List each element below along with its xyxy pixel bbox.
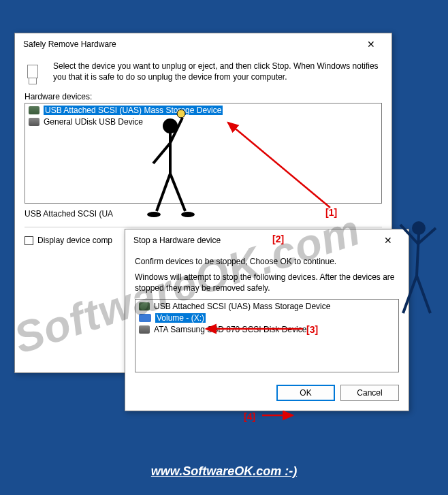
- titlebar[interactable]: Stop a Hardware device ✕: [125, 229, 409, 251]
- device-name: USB Attached SCSI (UAS) Mass Storage Dev…: [44, 106, 223, 115]
- checkbox-label: Display device comp: [37, 236, 112, 245]
- divider: [25, 227, 382, 227]
- usb-icon: [25, 61, 46, 85]
- close-icon[interactable]: ✕: [372, 231, 403, 250]
- info-text: Windows will attempt to stop the followi…: [135, 272, 399, 293]
- device-name: General UDisk USB Device: [44, 117, 143, 127]
- ok-label: OK: [300, 388, 311, 398]
- svg-line-13: [417, 234, 419, 276]
- instruction-text: Select the device you want to unplug or …: [53, 61, 382, 85]
- footer-link[interactable]: www.SoftwareOK.com :-): [0, 464, 448, 479]
- list-item[interactable]: ATA Samsung SSD 870 SCSI Disk Device: [136, 323, 398, 335]
- svg-line-17: [417, 276, 430, 313]
- status-text: USB Attached SCSI (UA: [25, 209, 382, 219]
- list-item[interactable]: USB Attached SCSI (UAS) Mass Storage Dev…: [136, 300, 398, 312]
- confirm-text: Confirm devices to be stopped, Choose OK…: [135, 257, 399, 266]
- device-name: USB Attached SCSI (UAS) Mass Storage Dev…: [154, 302, 330, 311]
- checkbox-icon[interactable]: [25, 236, 33, 245]
- device-name: Volume - (X:): [155, 313, 206, 323]
- cancel-button[interactable]: Cancel: [340, 385, 399, 401]
- hardware-devices-list[interactable]: USB Attached SCSI (UAS) Mass Storage Dev…: [25, 103, 382, 204]
- device-icon: [29, 106, 39, 114]
- dialog-title: Stop a Hardware device: [133, 236, 372, 245]
- list-item[interactable]: General UDisk USB Device: [26, 116, 381, 127]
- list-item[interactable]: USB Attached SCSI (UAS) Mass Storage Dev…: [26, 104, 381, 116]
- volume-icon: [139, 314, 151, 322]
- svg-point-12: [412, 221, 426, 235]
- titlebar[interactable]: Safely Remove Hardware ✕: [15, 33, 391, 55]
- disk-icon: [139, 325, 150, 334]
- stop-devices-list[interactable]: USB Attached SCSI (UAS) Mass Storage Dev…: [135, 299, 399, 372]
- svg-line-15: [418, 228, 436, 244]
- close-icon[interactable]: ✕: [355, 35, 386, 54]
- list-item[interactable]: Volume - (X:): [136, 312, 398, 323]
- device-icon: [139, 302, 150, 310]
- stop-hardware-dialog: Stop a Hardware device ✕ Confirm devices…: [125, 229, 409, 411]
- device-icon: [29, 118, 39, 126]
- section-label: Hardware devices:: [25, 92, 382, 101]
- annotation-4: [4]: [244, 411, 255, 422]
- cancel-label: Cancel: [357, 388, 382, 398]
- device-name: ATA Samsung SSD 870 SCSI Disk Device: [154, 325, 306, 334]
- dialog-title: Safely Remove Hardware: [23, 39, 355, 49]
- ok-button[interactable]: OK: [276, 385, 335, 401]
